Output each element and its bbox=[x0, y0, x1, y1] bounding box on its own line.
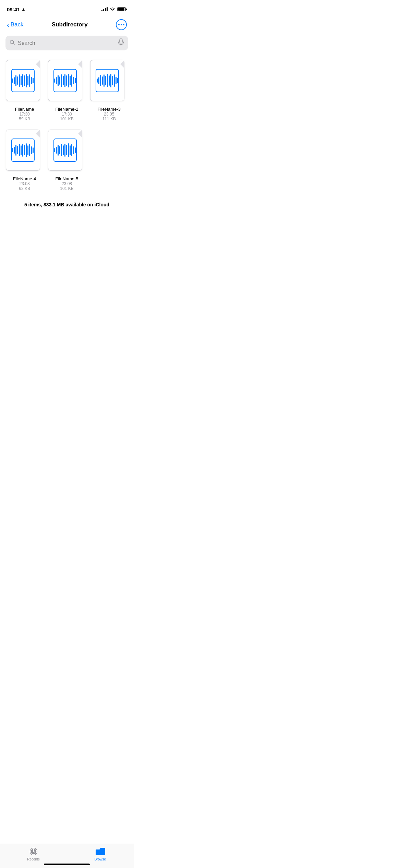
file-time: 17:30 bbox=[20, 112, 30, 117]
file-time: 23:05 bbox=[104, 112, 114, 117]
audio-file-icon bbox=[11, 138, 35, 162]
file-item[interactable]: FileName 17:30 59 KB bbox=[5, 60, 44, 121]
storage-info: 5 items, 833.1 MB available on iCloud bbox=[0, 195, 134, 212]
file-item[interactable]: FileName-3 23:05 111 KB bbox=[90, 60, 128, 121]
signal-icon bbox=[101, 7, 108, 11]
file-size: 59 KB bbox=[19, 117, 30, 121]
file-name: FileName bbox=[15, 107, 34, 112]
location-icon: ▲ bbox=[21, 7, 25, 12]
file-grid-row1: FileName 17:30 59 KB bbox=[0, 56, 134, 125]
file-time: 17:30 bbox=[62, 112, 72, 117]
audio-file-icon bbox=[53, 69, 77, 92]
page-title: Subdirectory bbox=[52, 21, 88, 28]
file-size: 101 KB bbox=[60, 117, 73, 121]
file-icon-wrapper bbox=[6, 130, 44, 174]
file-item[interactable]: FileName-5 23:08 101 KB bbox=[48, 130, 86, 191]
chevron-left-icon: ‹ bbox=[7, 21, 9, 28]
file-icon-wrapper bbox=[90, 60, 128, 105]
doc-fold bbox=[74, 130, 82, 137]
status-icons bbox=[101, 7, 127, 11]
file-time: 23:08 bbox=[62, 181, 72, 186]
waveform bbox=[97, 73, 118, 88]
audio-file-icon bbox=[11, 69, 35, 92]
main-content: FileName 17:30 59 KB bbox=[0, 56, 134, 246]
file-size: 62 KB bbox=[19, 186, 30, 191]
waveform bbox=[12, 143, 34, 158]
search-bar[interactable] bbox=[5, 36, 128, 50]
file-item[interactable]: FileName-2 17:30 101 KB bbox=[48, 60, 86, 121]
doc-fold bbox=[74, 60, 82, 68]
search-input[interactable] bbox=[18, 40, 115, 46]
doc-fold bbox=[32, 130, 40, 137]
search-container bbox=[0, 34, 134, 56]
document-shape bbox=[6, 130, 40, 171]
document-shape bbox=[48, 130, 82, 171]
wifi-icon bbox=[110, 7, 115, 11]
file-name: FileName-3 bbox=[98, 107, 121, 112]
more-button[interactable] bbox=[116, 19, 127, 30]
file-grid-row2: FileName-4 23:08 62 KB bbox=[0, 125, 134, 195]
waveform bbox=[54, 73, 76, 88]
file-size: 101 KB bbox=[60, 186, 73, 191]
waveform bbox=[54, 143, 76, 158]
nav-bar: ‹ Back Subdirectory bbox=[0, 16, 134, 34]
microphone-icon[interactable] bbox=[118, 38, 124, 48]
file-item[interactable]: FileName-4 23:08 62 KB bbox=[5, 130, 44, 191]
waveform bbox=[12, 73, 34, 88]
file-name: FileName-5 bbox=[55, 176, 78, 181]
document-shape bbox=[48, 60, 82, 101]
file-time: 23:08 bbox=[20, 181, 30, 186]
document-shape bbox=[6, 60, 40, 101]
status-bar: 09:41 ▲ bbox=[0, 0, 134, 16]
file-icon-wrapper bbox=[6, 60, 44, 105]
audio-file-icon bbox=[53, 138, 77, 162]
file-name: FileName-4 bbox=[13, 176, 36, 181]
status-time: 09:41 bbox=[7, 7, 20, 12]
file-name: FileName-2 bbox=[55, 107, 78, 112]
audio-file-icon bbox=[96, 69, 119, 92]
battery-icon bbox=[117, 7, 127, 11]
doc-fold bbox=[117, 60, 124, 68]
file-icon-wrapper bbox=[48, 60, 86, 105]
ellipsis-icon bbox=[118, 24, 124, 25]
document-shape bbox=[90, 60, 124, 101]
back-button[interactable]: ‹ Back bbox=[7, 21, 23, 28]
svg-rect-2 bbox=[120, 39, 122, 43]
file-icon-wrapper bbox=[48, 130, 86, 174]
doc-fold bbox=[32, 60, 40, 68]
svg-line-1 bbox=[13, 43, 15, 45]
search-icon bbox=[10, 40, 15, 47]
file-size: 111 KB bbox=[102, 117, 116, 121]
back-label: Back bbox=[11, 21, 24, 28]
